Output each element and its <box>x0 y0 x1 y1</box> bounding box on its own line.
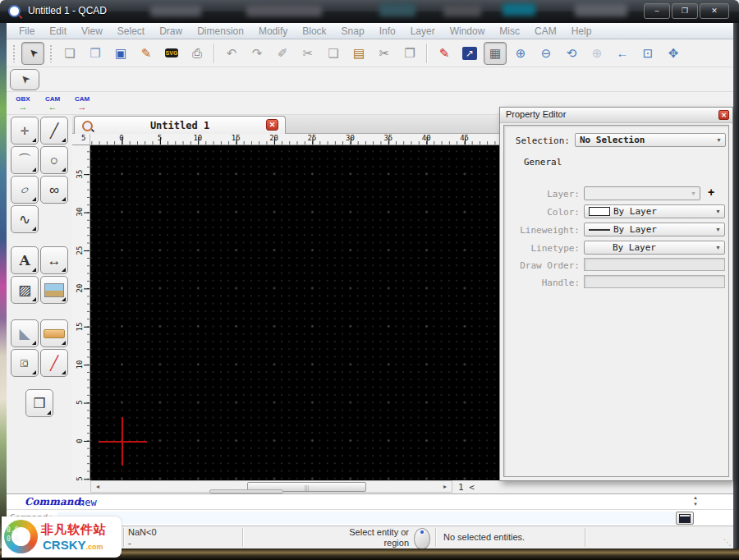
scroll-up-icon[interactable]: ▲ <box>691 494 700 501</box>
menu-item-file[interactable]: File <box>11 25 42 37</box>
qcad-window: Untitled 1 - QCAD – ❐ ✕ FileEditViewSele… <box>0 0 739 560</box>
select-tool[interactable]: ➤ <box>21 42 44 65</box>
zoom-window[interactable]: ⊡ <box>636 42 659 65</box>
command-input[interactable] <box>57 512 682 524</box>
censored-blur <box>443 4 481 16</box>
properties-pen[interactable]: ✐ <box>271 42 294 65</box>
gbx-export[interactable]: GBX → <box>10 93 36 114</box>
gap <box>7 235 72 245</box>
maximize-button[interactable]: ❐ <box>672 3 698 19</box>
menu-item-draw[interactable]: Draw <box>152 25 190 37</box>
panel-close-button[interactable]: ✕ <box>718 110 729 120</box>
history-scroll[interactable]: ▲ ▼ <box>691 494 700 509</box>
linetype-combobox[interactable]: By Layer ▼ <box>584 241 725 255</box>
cam-import[interactable]: CAM ← <box>39 93 66 114</box>
pick-entity-tool[interactable]: ╱ <box>40 349 68 377</box>
gap <box>7 379 72 388</box>
layer-combobox[interactable]: ▼ <box>584 186 700 200</box>
ruler-label: 25 <box>308 134 317 142</box>
paste[interactable]: ▤ <box>347 42 370 65</box>
scroll-down-icon[interactable]: ▼ <box>691 501 700 507</box>
menu-item-dimension[interactable]: Dimension <box>190 25 251 37</box>
ruler-label: 45 <box>460 134 469 142</box>
ruler-label: 0 <box>76 433 84 449</box>
command-options-button[interactable] <box>676 512 694 525</box>
close-button[interactable]: ✕ <box>700 3 729 19</box>
panel-title-bar[interactable]: Property Editor ✕ <box>500 108 732 123</box>
lineweight-combobox[interactable]: By Layer ▼ <box>584 223 725 236</box>
save-as[interactable]: ✎ <box>135 42 158 65</box>
draw-pencil[interactable]: ✎ <box>433 42 456 65</box>
text-tool[interactable]: A <box>11 246 39 274</box>
modify-tools[interactable]: ◣ <box>11 319 39 347</box>
open-file[interactable]: ❐ <box>84 42 107 65</box>
copy[interactable]: ❏ <box>322 42 345 65</box>
cut-with-reference[interactable]: ✂ <box>373 42 396 65</box>
measure-tools[interactable] <box>40 319 68 347</box>
copy-with-reference[interactable]: ❐ <box>398 42 421 65</box>
drawing-canvas[interactable] <box>90 145 499 480</box>
color-combobox[interactable]: By Layer ▼ <box>584 204 725 218</box>
auto-zoom[interactable]: ⟲ <box>560 42 583 65</box>
selection-combobox[interactable]: No Selection ▼ <box>575 133 726 147</box>
ellipse-tools[interactable]: ○ <box>11 176 39 204</box>
add-layer-button[interactable]: + <box>708 186 714 199</box>
scroll-right-arrow[interactable]: ▸ <box>439 482 451 492</box>
tab-close-button[interactable]: ✕ <box>266 119 278 131</box>
chevron-down-icon: ▼ <box>715 227 721 232</box>
menu-item-layer[interactable]: Layer <box>403 25 443 37</box>
menu-item-snap[interactable]: Snap <box>334 25 372 37</box>
hatch-tool[interactable]: ▨ <box>11 276 39 304</box>
menu-item-window[interactable]: Window <box>443 25 493 37</box>
ruler-label: 30 <box>76 204 84 220</box>
zoom-previous[interactable]: ← <box>611 42 634 65</box>
draw-order-field[interactable] <box>584 258 725 271</box>
spline-tools[interactable]: ∞ <box>40 176 68 204</box>
point-tools[interactable]: ✛ <box>11 117 39 145</box>
menu-item-misc[interactable]: Misc <box>492 25 527 37</box>
menu-item-block[interactable]: Block <box>295 25 333 37</box>
arc-tools[interactable]: ⌒ <box>11 146 39 174</box>
menu-item-edit[interactable]: Edit <box>42 25 74 37</box>
dimension-tools[interactable]: ↔ <box>40 246 68 274</box>
pan[interactable]: ✥ <box>662 42 685 65</box>
ruler-label: 40 <box>422 134 431 142</box>
projection-tools[interactable]: ❒ <box>25 389 53 417</box>
menu-item-info[interactable]: Info <box>372 25 403 37</box>
image-tool[interactable] <box>40 276 68 304</box>
cam-export[interactable]: CAM → <box>69 93 95 114</box>
print-preview[interactable]: ⎙ <box>186 42 209 65</box>
circle-tools[interactable]: ○ <box>40 146 68 174</box>
cut[interactable]: ✂ <box>296 42 319 65</box>
title-bar[interactable]: Untitled 1 - QCAD – ❐ ✕ <box>0 0 739 23</box>
handle-field[interactable] <box>584 275 725 288</box>
document-tab[interactable]: Untitled 1 ✕ <box>74 116 286 134</box>
line-tools[interactable]: ╱ <box>40 117 68 145</box>
svg-export[interactable]: SVG <box>160 42 183 65</box>
censored-blur <box>246 5 322 16</box>
menu-item-select[interactable]: Select <box>110 25 152 37</box>
menu-item-view[interactable]: View <box>74 25 110 37</box>
minimize-button[interactable]: – <box>644 3 670 19</box>
save-file[interactable]: ▣ <box>109 42 132 65</box>
zoom-selection[interactable]: ⊕ <box>585 42 608 65</box>
selection-tools[interactable]: □○ <box>11 349 39 377</box>
handle <box>12 44 16 62</box>
grid-toggle[interactable]: ▦ <box>484 42 507 65</box>
menu-item-help[interactable]: Help <box>564 25 599 37</box>
redo[interactable]: ↷ <box>246 42 269 65</box>
zoom-in[interactable]: ⊕ <box>509 42 532 65</box>
menu-item-cam[interactable]: CAM <box>527 25 564 37</box>
polyline-tools[interactable]: ∿ <box>11 205 39 233</box>
resize-grip[interactable]: ⋱ <box>723 538 732 547</box>
scroll-left-arrow[interactable]: ◂ <box>92 482 103 492</box>
origin-crosshair <box>122 417 123 466</box>
zoom-out[interactable]: ⊖ <box>535 42 558 65</box>
line-angle-tool[interactable]: ↗ <box>458 42 481 65</box>
undo[interactable]: ↶ <box>220 42 243 65</box>
menu-item-modify[interactable]: Modify <box>251 25 295 37</box>
selection-pointer[interactable]: ➤ <box>10 69 39 90</box>
watermark: 非凡软件站 CRSKY.com <box>2 516 122 558</box>
new-file[interactable]: ❏ <box>58 42 81 65</box>
ruler-label: 5 <box>76 394 84 411</box>
